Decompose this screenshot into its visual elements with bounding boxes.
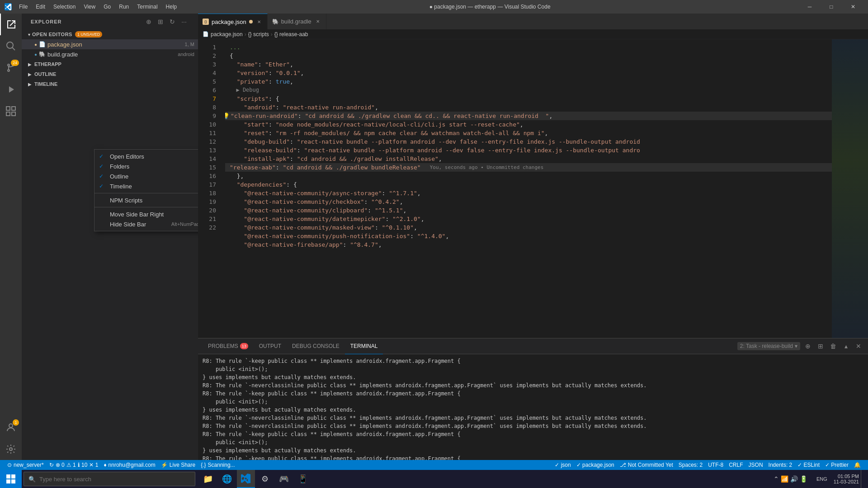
- etherapp-section[interactable]: ▶ ETHERAPP: [22, 59, 198, 69]
- taskbar-time[interactable]: 01:05 PM 11-03-2021: [834, 474, 859, 484]
- panel-tab-terminal[interactable]: TERMINAL: [345, 338, 383, 354]
- open-editors-arrow: ▾: [28, 32, 30, 37]
- activity-git[interactable]: 24: [0, 57, 22, 79]
- status-line-ending[interactable]: CRLF: [726, 460, 745, 470]
- panel-tab-debug-console[interactable]: DEBUG CONSOLE: [287, 338, 345, 354]
- status-sync[interactable]: ↻ ⊗ 0 ⚠ 1 ℹ 10 ✕ 1: [47, 460, 101, 470]
- activity-debug[interactable]: [0, 79, 22, 100]
- status-json-check[interactable]: ✓ json: [552, 460, 573, 470]
- terminal-selector[interactable]: 2: Task - release-build ▾: [737, 342, 800, 350]
- more-actions-button[interactable]: ···: [179, 17, 189, 27]
- ctx-outline[interactable]: ✓ Outline: [94, 171, 198, 181]
- status-live-share[interactable]: ⚡ Live Share: [158, 460, 198, 470]
- ctx-divider-1: [94, 193, 198, 193]
- scanning-icon: {.}: [201, 462, 206, 468]
- activity-search[interactable]: [0, 35, 22, 57]
- status-prettier[interactable]: ✓ Prettier: [822, 460, 851, 470]
- taskbar-search-input[interactable]: [39, 476, 190, 483]
- taskbar-settings-icon[interactable]: ⚙: [256, 470, 274, 488]
- menu-run[interactable]: Run: [115, 3, 132, 11]
- panel-tab-output[interactable]: OUTPUT: [254, 338, 287, 354]
- status-account[interactable]: ♦ nnrohu@gmail.com: [101, 460, 158, 470]
- menu-go[interactable]: Go: [100, 3, 114, 11]
- terminal-content[interactable]: R8: The rule `-keep public class ** impl…: [198, 354, 868, 460]
- status-eslint[interactable]: ✓ ESLint: [795, 460, 822, 470]
- split-terminal-button[interactable]: ⊞: [816, 341, 826, 351]
- breadcrumb-release-aab[interactable]: {} release-aab: [274, 31, 308, 38]
- line-num-12: 12: [198, 137, 221, 146]
- ctx-hide-sidebar[interactable]: ✓ Hide Side Bar Alt+NumPad9: [94, 219, 198, 229]
- menu-terminal[interactable]: Terminal: [133, 3, 161, 11]
- svg-point-0: [7, 42, 13, 48]
- activity-settings[interactable]: [0, 438, 22, 460]
- sync-icon: ↻: [49, 462, 54, 468]
- menu-view[interactable]: View: [80, 3, 99, 11]
- menu-edit[interactable]: Edit: [32, 3, 49, 11]
- start-button[interactable]: [0, 470, 22, 488]
- maximize-button[interactable]: □: [821, 0, 842, 14]
- breadcrumb-scripts[interactable]: {} scripts: [248, 31, 269, 38]
- status-git-branch[interactable]: ⎇ Not Committed Yet: [617, 460, 676, 470]
- close-panel-button[interactable]: ✕: [854, 341, 863, 351]
- status-warnings: ⚠ 1: [66, 462, 76, 468]
- activity-explorer[interactable]: [0, 14, 22, 35]
- menu-selection[interactable]: Selection: [50, 3, 79, 11]
- ctx-open-editors[interactable]: ✓ Open Editors: [94, 151, 198, 161]
- new-terminal-button[interactable]: ⊕: [803, 341, 813, 351]
- close-button[interactable]: ✕: [843, 0, 863, 14]
- taskbar-vscode-icon[interactable]: [237, 470, 255, 488]
- sidebar: EXPLORER ⊕ ⊞ ↻ ··· ▾ OPEN EDITORS 1 UNSA…: [22, 14, 198, 460]
- tray-network[interactable]: 📶: [781, 475, 788, 483]
- file-item-package-json[interactable]: ● 📄 package.json 1, M: [22, 39, 198, 49]
- status-indents[interactable]: Indents: 2: [766, 460, 795, 470]
- panel-tab-problems[interactable]: PROBLEMS 13: [203, 338, 254, 354]
- status-language[interactable]: JSON: [746, 460, 766, 470]
- taskbar-explorer-icon[interactable]: 📁: [199, 470, 217, 488]
- ctx-timeline[interactable]: ✓ Timeline: [94, 181, 198, 191]
- tray-battery[interactable]: 🔋: [800, 475, 807, 483]
- activity-accounts[interactable]: 1: [0, 417, 22, 438]
- open-editors-section[interactable]: ▾ OPEN EDITORS 1 UNSAVED: [22, 29, 198, 39]
- taskbar-browser-icon[interactable]: 🌐: [218, 470, 236, 488]
- taskbar-phone-icon[interactable]: 📱: [294, 470, 312, 488]
- menu-help[interactable]: Help: [162, 3, 181, 11]
- check-icon-move: ✓: [99, 211, 106, 217]
- new-folder-button[interactable]: ⊞: [156, 17, 165, 27]
- timeline-section[interactable]: ▶ TIMELINE: [22, 79, 198, 89]
- build-gradle-badge: android: [178, 52, 194, 57]
- taskbar-search-box[interactable]: 🔍: [24, 472, 195, 486]
- status-encoding[interactable]: UTF-8: [705, 460, 726, 470]
- refresh-explorer-button[interactable]: ↻: [167, 17, 177, 27]
- menu-file[interactable]: File: [15, 3, 31, 11]
- problems-badge: 13: [240, 343, 248, 349]
- status-scanning[interactable]: {.} Scanning...: [198, 460, 237, 470]
- status-spaces[interactable]: Spaces: 2: [676, 460, 705, 470]
- maximize-panel-button[interactable]: ▴: [841, 341, 851, 351]
- tray-volume[interactable]: 🔊: [790, 475, 798, 483]
- tab-build-gradle[interactable]: 🐘 build.gradle ✕: [268, 14, 326, 29]
- file-item-build-gradle[interactable]: ● 🐘 build.gradle android: [22, 49, 198, 59]
- status-remote[interactable]: ⊙ new_server*: [5, 460, 47, 470]
- minimize-button[interactable]: ─: [799, 0, 820, 14]
- trash-terminal-button[interactable]: 🗑: [828, 341, 838, 351]
- breadcrumb-file[interactable]: package.json: [211, 31, 243, 38]
- tab-package-json[interactable]: {} package.json ✕: [198, 14, 268, 29]
- activity-extensions[interactable]: [0, 100, 22, 122]
- tab-gradle-close[interactable]: ✕: [314, 18, 321, 25]
- status-package-check[interactable]: ✓ package.json: [574, 460, 617, 470]
- svg-rect-7: [12, 107, 15, 110]
- outline-section[interactable]: ▶ OUTLINE: [22, 69, 198, 79]
- new-file-button[interactable]: ⊕: [144, 17, 154, 27]
- term-line-3: } uses implements but actually matches e…: [203, 373, 863, 381]
- tray-arrow[interactable]: ⌃: [774, 475, 779, 483]
- code-text-13: "release-build": "react-native bundle --…: [230, 146, 640, 155]
- ctx-npm-scripts[interactable]: ✓ NPM Scripts: [94, 195, 198, 205]
- taskbar-game-icon[interactable]: 🎮: [275, 470, 293, 488]
- ctx-move-sidebar[interactable]: ✓ Move Side Bar Right: [94, 209, 198, 219]
- status-bell[interactable]: 🔔: [851, 460, 863, 470]
- tab-package-close[interactable]: ✕: [255, 18, 263, 25]
- show-desktop-button[interactable]: [861, 470, 863, 488]
- code-content[interactable]: ... { "name": "Ether", "version": "0.0.1…: [225, 39, 832, 338]
- term-line-2: public <init>();: [203, 365, 863, 373]
- ctx-folders[interactable]: ✓ Folders: [94, 161, 198, 171]
